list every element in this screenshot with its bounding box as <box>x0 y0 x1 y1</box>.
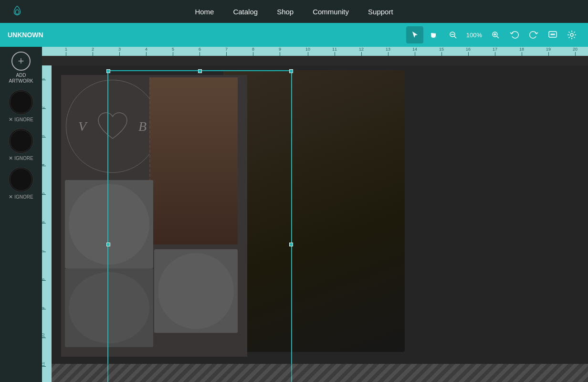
zoom-level: 100% <box>463 32 485 39</box>
zoom-in-button[interactable] <box>487 26 504 43</box>
svg-point-11 <box>552 34 553 35</box>
toolbar: UNKNOWN 100% <box>0 23 588 47</box>
photo-slot-3 <box>154 249 238 333</box>
photo-slot-1 <box>149 77 238 244</box>
redo-button[interactable] <box>525 26 542 43</box>
artwork-thumb-3[interactable] <box>9 167 33 192</box>
initial-right: B <box>138 119 147 134</box>
ignore-button-2[interactable]: ✕ IGNORE <box>9 155 33 161</box>
stripe-border <box>52 364 588 382</box>
sidebar: + ADDARTWORK ✕ IGNORE ✕ IGNORE ✕ IGNORE <box>0 47 42 382</box>
canvas-area: 1234567891011121314151617181920 12345678… <box>42 47 588 382</box>
photo-slot-4 <box>65 268 153 347</box>
chat-button[interactable] <box>544 26 561 43</box>
nav-catalog[interactable]: Catalog <box>233 8 258 16</box>
cursor-tool-button[interactable] <box>406 26 423 43</box>
artwork-thumb-2[interactable] <box>9 128 33 153</box>
heart-icon <box>94 110 132 143</box>
svg-point-0 <box>15 10 19 14</box>
svg-point-12 <box>554 34 555 35</box>
ignore-button-3[interactable]: ✕ IGNORE <box>9 194 33 200</box>
canvas-content[interactable]: V B <box>52 65 588 382</box>
ruler-left: 123456789101112 <box>42 65 52 382</box>
undo-button[interactable] <box>506 26 523 43</box>
zoom-out-button[interactable] <box>444 26 462 43</box>
hand-tool-button[interactable] <box>425 26 442 43</box>
svg-point-13 <box>570 33 573 36</box>
main-area: + ADDARTWORK ✕ IGNORE ✕ IGNORE ✕ IGNORE <box>0 47 588 382</box>
svg-rect-1 <box>431 35 437 38</box>
artwork-item-3: ✕ IGNORE <box>9 167 33 200</box>
svg-point-10 <box>551 34 552 35</box>
top-navigation: Home Catalog Shop Community Support <box>0 0 588 23</box>
svg-line-6 <box>497 36 499 39</box>
tool-buttons: 100% <box>406 26 580 43</box>
initial-left: V <box>78 119 86 134</box>
nav-links: Home Catalog Shop Community Support <box>195 8 393 16</box>
add-artwork-button[interactable]: + ADDARTWORK <box>9 52 33 84</box>
nav-support[interactable]: Support <box>368 8 393 16</box>
add-artwork-label: ADDARTWORK <box>9 73 33 84</box>
document-title: UNKNOWN <box>8 31 402 39</box>
svg-line-3 <box>454 36 456 39</box>
artwork-item-2: ✕ IGNORE <box>9 128 33 161</box>
design-canvas[interactable]: V B <box>61 75 247 357</box>
ignore-button-1[interactable]: ✕ IGNORE <box>9 117 33 123</box>
photo-slot-2 <box>65 180 153 268</box>
nav-home[interactable]: Home <box>195 8 214 16</box>
add-artwork-icon: + <box>11 52 31 71</box>
logo[interactable] <box>10 4 25 19</box>
ruler-top: 1234567891011121314151617181920 <box>42 47 588 56</box>
artwork-item-1: ✕ IGNORE <box>9 90 33 123</box>
nav-community[interactable]: Community <box>313 8 349 16</box>
circle-design-element: V B <box>66 80 159 173</box>
canvas-wrapper: 123456789101112 V B <box>42 56 588 382</box>
settings-button[interactable] <box>563 26 580 43</box>
nav-shop[interactable]: Shop <box>277 8 294 16</box>
artwork-thumb-1[interactable] <box>9 90 33 115</box>
